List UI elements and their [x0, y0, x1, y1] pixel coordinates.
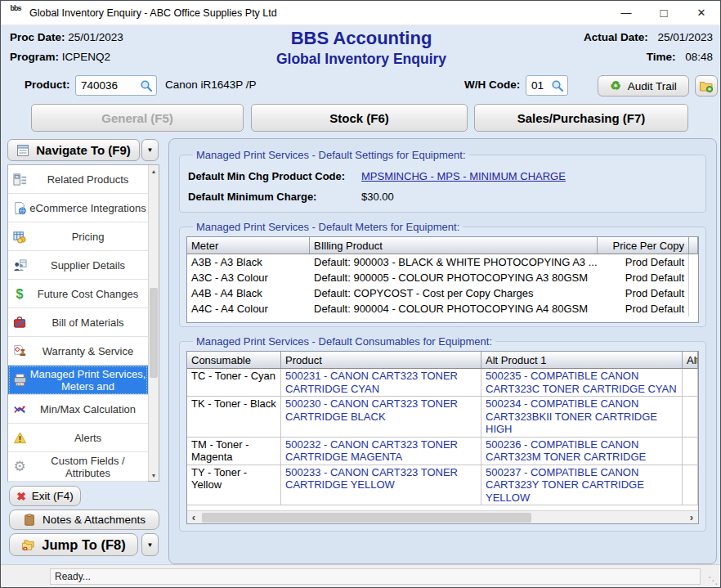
- meters-table[interactable]: Meter BIlling Product Price Per Copy A3B…: [186, 236, 699, 323]
- consumables-table-header: Consumable Product Alt Product 1 Alt Pr: [187, 352, 698, 369]
- status-message: Ready...: [50, 568, 701, 585]
- sidebar-item-supplier-details[interactable]: Supplier Details: [8, 251, 148, 280]
- product-cell: 500231 - CANON CART323 TONER CARTRIDGE C…: [281, 369, 481, 396]
- sidebar-item-custom-fields[interactable]: ⚙ Custom Fields / Attributes: [8, 452, 148, 482]
- scroll-right-icon[interactable]: ›: [685, 512, 698, 523]
- meter-row[interactable]: A4C - A4 Colour Default: 900004 - COLOUR…: [187, 301, 698, 316]
- product-search-icon[interactable]: [140, 79, 153, 92]
- sidebar-item-future-cost-changes[interactable]: $ Future Cost Changes: [8, 280, 148, 308]
- sidebar-item-related-products[interactable]: Related Products: [8, 165, 148, 194]
- min-chg-code-link[interactable]: MPSMINCHG - MPS - MINIMUM CHARGE: [361, 170, 566, 182]
- actual-date-value: 25/01/2023: [657, 31, 713, 43]
- tab-stock[interactable]: Stock (F6): [251, 104, 468, 132]
- supplier-details-icon: [11, 257, 28, 273]
- jump-to-dropdown[interactable]: ▼: [141, 533, 159, 556]
- consumable-row[interactable]: TY - Toner - Yellow 500233 - CANON CART3…: [187, 465, 698, 506]
- column-header[interactable]: Price Per Copy: [598, 237, 689, 254]
- bill-of-materials-icon: [11, 314, 28, 330]
- scroll-down-icon[interactable]: ▼: [149, 469, 159, 481]
- hscrollbar-thumb[interactable]: [202, 513, 531, 523]
- meter-row[interactable]: A3B - A3 Black Default: 900003 - BLACK &…: [187, 254, 698, 270]
- time-label: Time:: [647, 51, 676, 63]
- exit-button[interactable]: ✖ Exit (F4): [9, 486, 81, 506]
- jump-to-button[interactable]: Jump To (F8): [9, 533, 138, 556]
- consumables-legend: Managed Print Services - Default Consuma…: [193, 335, 495, 348]
- sidebar-item-label: Supplier Details: [51, 259, 125, 272]
- notes-icon: [23, 514, 36, 527]
- consumables-table[interactable]: Consumable Product Alt Product 1 Alt Pr …: [186, 351, 699, 524]
- consumable-row[interactable]: TC - Toner - Cyan 500231 - CANON CART323…: [187, 369, 698, 397]
- sidebar-item-label: Alerts: [74, 432, 101, 444]
- column-header[interactable]: Consumable: [187, 352, 281, 368]
- navigate-to-button[interactable]: Navigate To (F9): [7, 139, 140, 161]
- resize-grip-icon[interactable]: ⋱: [708, 575, 718, 586]
- wh-code-input[interactable]: 01: [526, 75, 568, 96]
- notes-attachments-button[interactable]: Notes & Attachments: [9, 509, 159, 530]
- dollar-icon: $: [11, 285, 28, 302]
- consumable-cell: TM - Toner - Magenta: [187, 438, 281, 465]
- sidebar-item-alerts[interactable]: Alerts: [8, 424, 148, 452]
- exit-x-icon: ✖: [16, 490, 26, 503]
- meter-row[interactable]: A3C - A3 Colour Default: 900005 - COLOUR…: [187, 270, 698, 285]
- scroll-left-icon[interactable]: ‹: [187, 512, 200, 523]
- meter-cell: A4C - A4 Colour: [187, 303, 310, 315]
- navigate-icon: [16, 144, 29, 157]
- navigate-to-label: Navigate To (F9): [36, 143, 131, 157]
- sidebar-item-pricing[interactable]: Pricing: [8, 222, 148, 251]
- meter-cell: A3B - A3 Black: [187, 256, 310, 268]
- minimize-button[interactable]: —: [607, 1, 645, 25]
- consumable-row[interactable]: TM - Toner - Magenta 500232 - CANON CART…: [187, 438, 698, 465]
- navigate-to-dropdown[interactable]: ▼: [141, 139, 159, 161]
- billing-cell: Default: 900003 - BLACK & WHITE PHOTOCOP…: [310, 256, 598, 268]
- wh-code-search-icon[interactable]: [551, 79, 564, 92]
- sidebar-item-bill-of-materials[interactable]: Bill of Materials: [8, 308, 148, 337]
- folder-add-icon: [699, 79, 714, 93]
- window-title: Global Inventory Enquiry - ABC Office Su…: [29, 7, 607, 19]
- app-window: bbs Global Inventory Enquiry - ABC Offic…: [0, 0, 721, 588]
- product-input[interactable]: 740036: [75, 75, 157, 96]
- sidebar-item-warranty-service[interactable]: Warranty & Service: [8, 337, 148, 366]
- exit-label: Exit (F4): [32, 490, 74, 502]
- sidebar-scrollbar[interactable]: ▲ ▼: [148, 165, 159, 481]
- navigation-list: Related Products eCommerce Integrations …: [7, 164, 159, 482]
- main-panel: Managed Print Services - Default Setting…: [168, 138, 717, 564]
- sidebar-item-label: Managed Print Services, Meters and: [29, 368, 146, 393]
- consumable-cell: TK - Toner - Black: [187, 397, 281, 437]
- column-header[interactable]: Product: [281, 352, 481, 368]
- consumable-cell: TY - Toner - Yellow: [187, 465, 281, 505]
- sidebar-item-label: Pricing: [72, 231, 105, 243]
- consumables-hscrollbar[interactable]: ‹ ›: [187, 510, 698, 523]
- folder-add-button[interactable]: [695, 75, 718, 97]
- jump-to-label: Jump To (F8): [42, 537, 125, 553]
- toolbar: Product: 740036 Canon iR1643P /P W/H Cod…: [2, 73, 721, 101]
- billing-cell: Default: COPYCOST - Cost per Copy Charge…: [310, 287, 598, 299]
- sidebar-item-managed-print-services[interactable]: Managed Print Services, Meters and: [8, 366, 148, 395]
- time-value: 08:48: [685, 51, 713, 63]
- maximize-button[interactable]: □: [645, 1, 683, 25]
- actual-date-label: Actual Date:: [584, 31, 648, 43]
- related-products-icon: [11, 171, 28, 187]
- close-button[interactable]: ✕: [683, 1, 720, 25]
- column-header[interactable]: Alt Pr: [683, 352, 698, 368]
- column-header-blank: [689, 237, 698, 254]
- column-header[interactable]: Meter: [187, 237, 310, 254]
- recycle-icon: ♻: [610, 79, 620, 93]
- column-header[interactable]: Alt Product 1: [481, 352, 683, 368]
- meter-row[interactable]: A4B - A4 Black Default: COPYCOST - Cost …: [187, 285, 698, 301]
- status-bar: Ready... ⋱: [1, 564, 720, 587]
- tab-sales-purchasing[interactable]: Sales/Purchasing (F7): [474, 104, 688, 132]
- audit-trail-button[interactable]: ♻ Audit Trail: [598, 75, 689, 97]
- price-cell: Prod Default: [598, 254, 689, 270]
- scrollbar-thumb[interactable]: [150, 288, 158, 378]
- column-header[interactable]: BIlling Product: [310, 237, 598, 254]
- sidebar-item-min-max-calculation[interactable]: Min/Max Calculation: [8, 395, 148, 424]
- warning-icon: [11, 429, 28, 446]
- min-max-icon: [11, 401, 28, 417]
- warranty-service-icon: [11, 343, 28, 359]
- scroll-up-icon[interactable]: ▲: [149, 165, 159, 177]
- tab-general[interactable]: General (F5): [31, 104, 244, 132]
- consumable-row[interactable]: TK - Toner - Black 500230 - CANON CART32…: [187, 397, 698, 438]
- min-charge-label: Default Minimum Charge:: [188, 191, 361, 203]
- sidebar-item-ecommerce-integrations[interactable]: eCommerce Integrations: [8, 194, 148, 222]
- sidebar-item-label: Min/Max Calculation: [40, 403, 136, 415]
